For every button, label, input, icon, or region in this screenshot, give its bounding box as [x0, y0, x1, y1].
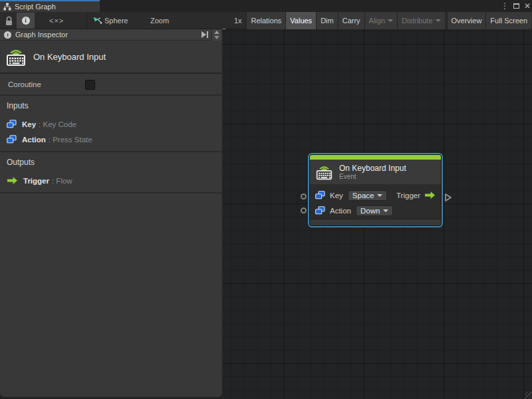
node-titles: On Keyboard Input Event — [339, 164, 406, 181]
graph-target-label[interactable]: Sphere — [104, 12, 128, 29]
node-on-keyboard-input[interactable]: On Keyboard Input Event Key Space Trigge… — [310, 155, 441, 225]
value-port-icon — [7, 120, 17, 128]
chevron-down-icon — [383, 209, 388, 212]
output-row-trigger: Trigger : Flow — [7, 173, 222, 188]
toolbar: i <×> Sphere Zoom 1x Relations Values Di… — [0, 12, 532, 29]
align-dropdown-button[interactable]: Align — [364, 12, 397, 29]
scroll-up-icon[interactable] — [214, 31, 219, 34]
lock-icon[interactable] — [5, 16, 13, 26]
node-row-key: Key Space Trigger — [315, 188, 436, 202]
graph-inspector-panel: i Graph Inspector — [0, 29, 223, 397]
outputs-header: Outputs — [7, 158, 222, 167]
node-header: On Keyboard Input Event — [310, 160, 441, 184]
tab-label: Script Graph — [15, 3, 56, 11]
input-row-action: Action : Press State — [7, 132, 222, 147]
code-view-icon[interactable]: <×> — [49, 12, 64, 29]
inspector-header: i Graph Inspector — [0, 29, 222, 41]
keyboard-icon — [315, 164, 333, 180]
toolbar-button-row: Relations Values Dim Carry Align Distrib… — [246, 12, 531, 29]
info-icon: i — [4, 31, 11, 39]
key-input-port[interactable] — [301, 194, 307, 200]
node-accent-bar — [310, 155, 441, 160]
node-body: Key Space Trigger Action Down — [310, 184, 441, 221]
inputs-header: Inputs — [7, 101, 222, 110]
chevron-down-icon — [377, 194, 382, 197]
toolbar-separator — [86, 12, 87, 29]
inputs-section: Inputs Key : Key Code Action : Press Sta… — [0, 96, 222, 152]
coroutine-row: Coroutine — [0, 74, 222, 96]
chevron-down-icon — [436, 19, 441, 22]
scroll-arrows[interactable] — [211, 29, 221, 41]
node-footer — [310, 219, 441, 225]
trigger-output-port[interactable] — [444, 193, 452, 202]
relations-button[interactable]: Relations — [246, 12, 285, 29]
dim-button[interactable]: Dim — [316, 12, 338, 29]
window-controls: ⋮ ✕ — [501, 0, 531, 12]
flow-arrow-icon — [7, 176, 18, 185]
node-row-action: Action Down — [315, 203, 436, 217]
chevron-down-icon — [388, 19, 393, 22]
outputs-section: Outputs Trigger : Flow — [0, 152, 222, 194]
zoom-level-value: 1x — [234, 12, 242, 29]
value-port-icon — [315, 206, 325, 215]
action-input-port[interactable] — [301, 207, 307, 213]
tab-script-graph[interactable]: Script Graph — [0, 0, 100, 12]
inspector-toggle-button[interactable]: i — [17, 13, 35, 29]
unity-visual-scripting-window: Script Graph ⋮ ✕ i <×> Sphere Zoom 1x — [0, 0, 532, 399]
overview-button[interactable]: Overview — [447, 12, 486, 29]
unit-title: On Keyboard Input — [33, 52, 106, 62]
collapse-panel-icon[interactable] — [201, 31, 208, 38]
coroutine-checkbox[interactable] — [85, 80, 95, 90]
key-value-dropdown[interactable]: Space — [348, 190, 388, 201]
carry-button[interactable]: Carry — [338, 12, 364, 29]
unit-header: On Keyboard Input — [0, 41, 222, 74]
graph-pointer-icon — [92, 16, 102, 26]
coroutine-label: Coroutine — [8, 80, 41, 88]
flow-arrow-icon — [424, 191, 436, 200]
value-port-icon — [7, 135, 17, 144]
info-icon: i — [22, 17, 30, 25]
values-button[interactable]: Values — [285, 12, 316, 29]
tab-bar: Script Graph ⋮ ✕ — [0, 0, 532, 12]
input-row-key: Key : Key Code — [7, 116, 222, 132]
distribute-dropdown-button[interactable]: Distribute — [397, 12, 444, 29]
inspector-title: Graph Inspector — [15, 31, 68, 39]
menu-icon[interactable]: ⋮ — [501, 0, 509, 12]
close-icon[interactable]: ✕ — [524, 0, 531, 12]
action-value-dropdown[interactable]: Down — [356, 205, 393, 216]
node-subtitle: Event — [339, 173, 406, 181]
scroll-down-icon[interactable] — [214, 36, 219, 39]
graph-icon — [3, 3, 11, 11]
full-screen-button[interactable]: Full Screen — [485, 12, 531, 29]
resize-grip[interactable] — [525, 392, 531, 398]
zoom-label: Zoom — [150, 12, 169, 29]
trigger-port-label: Trigger — [396, 192, 420, 200]
key-port-label: Key — [330, 192, 343, 200]
keyboard-icon — [5, 47, 27, 66]
node-title: On Keyboard Input — [339, 164, 406, 173]
value-port-icon — [315, 191, 325, 200]
action-port-label: Action — [330, 207, 351, 215]
maximize-icon[interactable] — [513, 3, 519, 9]
